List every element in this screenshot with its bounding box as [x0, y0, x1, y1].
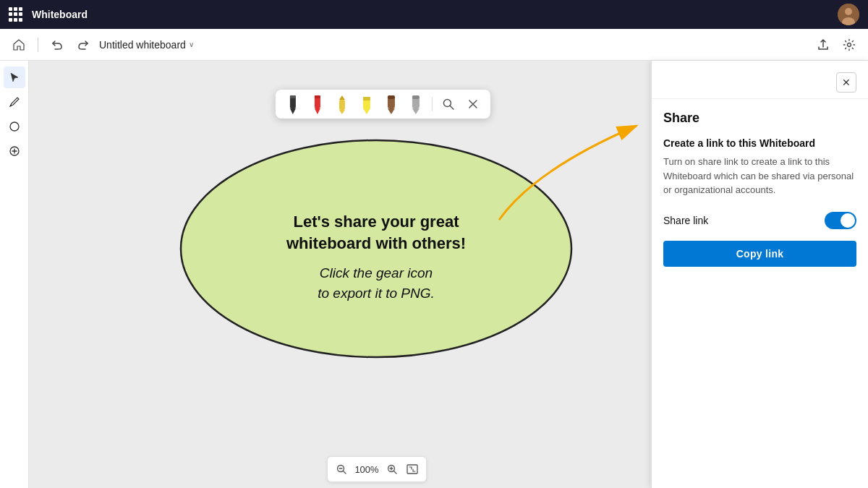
highlighter-tool[interactable]: [357, 94, 377, 114]
share-link-row: Share link: [663, 212, 856, 229]
zoom-bar: 100%: [327, 456, 427, 482]
settings-button[interactable]: [839, 35, 859, 55]
svg-marker-13: [339, 110, 345, 114]
share-content: Share Create a link to this Whiteboard T…: [652, 99, 868, 278]
zoom-tool[interactable]: [438, 94, 459, 114]
svg-marker-19: [388, 108, 395, 114]
canvas-area[interactable]: Let's share your great whiteboard with o…: [29, 61, 651, 488]
redo-button[interactable]: [73, 35, 93, 55]
share-panel: ✕ Share Create a link to this Whiteboard…: [651, 61, 868, 488]
canvas-ellipse[interactable]: Let's share your great whiteboard with o…: [174, 133, 579, 364]
svg-text:Let's share your great: Let's share your great: [294, 213, 460, 231]
title-chevron-icon: ∨: [189, 40, 194, 48]
board-title[interactable]: Untitled whiteboard ∨: [99, 39, 194, 51]
share-link-toggle[interactable]: [825, 212, 856, 229]
add-tool[interactable]: [4, 140, 25, 162]
main-area: Let's share your great whiteboard with o…: [0, 61, 868, 488]
gray-marker-tool[interactable]: [406, 94, 426, 114]
app-title: Whiteboard: [32, 9, 88, 20]
avatar[interactable]: [838, 4, 859, 25]
black-pen-tool[interactable]: [283, 94, 303, 114]
svg-marker-10: [315, 108, 320, 114]
left-toolbar: [0, 61, 29, 488]
svg-rect-23: [412, 95, 420, 99]
svg-rect-12: [339, 100, 345, 110]
zoom-out-button[interactable]: [333, 461, 349, 477]
zoom-in-button[interactable]: [384, 461, 400, 477]
svg-point-1: [845, 8, 852, 15]
svg-rect-20: [388, 95, 395, 99]
apps-icon[interactable]: [9, 7, 23, 22]
svg-rect-33: [407, 465, 417, 474]
svg-text:whiteboard with others!: whiteboard with others!: [286, 234, 466, 252]
yellow-pen-tool[interactable]: [332, 94, 352, 114]
share-close-button[interactable]: ✕: [836, 72, 856, 93]
zoom-level: 100%: [354, 464, 380, 475]
red-pen-tool[interactable]: [307, 94, 328, 114]
svg-point-4: [10, 122, 19, 131]
fit-screen-button[interactable]: [404, 461, 420, 477]
nav-separator: [38, 38, 38, 52]
svg-marker-14: [339, 95, 345, 100]
copy-link-button[interactable]: Copy link: [663, 241, 856, 267]
undo-button[interactable]: [47, 35, 67, 55]
share-description: Turn on share link to create a link to t…: [663, 155, 856, 197]
svg-marker-22: [412, 108, 420, 114]
svg-text:Click the gear icon: Click the gear icon: [320, 265, 433, 281]
svg-rect-17: [363, 97, 370, 100]
floating-toolbar: [276, 90, 490, 119]
svg-marker-7: [290, 108, 296, 114]
share-subtitle: Create a link to this Whiteboard: [663, 137, 856, 149]
share-title: Share: [663, 111, 856, 126]
home-button[interactable]: [9, 35, 29, 55]
select-tool[interactable]: [4, 67, 25, 88]
brown-marker-tool[interactable]: [381, 94, 401, 114]
svg-rect-8: [290, 95, 296, 98]
nav-bar: Untitled whiteboard ∨: [0, 29, 868, 61]
pen-tool[interactable]: [4, 91, 25, 113]
comment-tool[interactable]: [4, 116, 25, 137]
svg-text:to export it to PNG.: to export it to PNG.: [318, 286, 435, 301]
share-link-label: Share link: [663, 215, 708, 226]
export-button[interactable]: [813, 35, 833, 55]
share-panel-header: ✕: [652, 61, 868, 99]
svg-rect-11: [315, 95, 320, 98]
svg-marker-16: [363, 108, 370, 114]
top-bar: Whiteboard: [0, 0, 868, 29]
svg-point-3: [848, 43, 851, 46]
close-toolbar-button[interactable]: [463, 94, 483, 114]
toolbar-separator: [432, 97, 433, 111]
